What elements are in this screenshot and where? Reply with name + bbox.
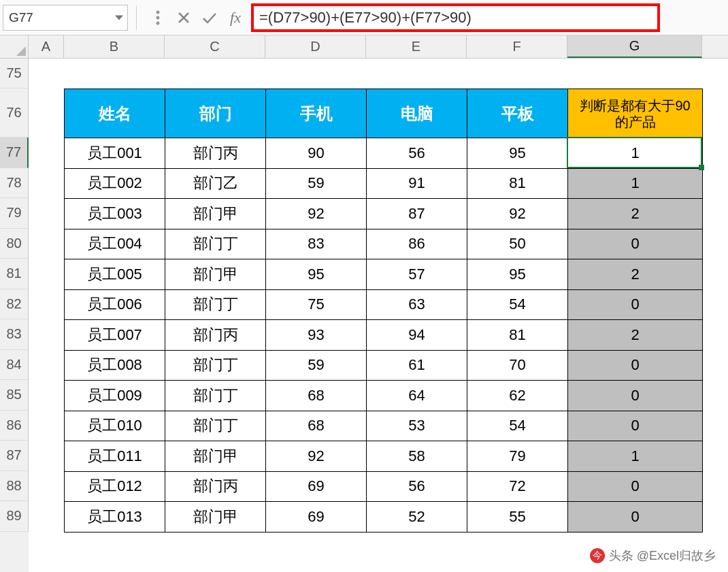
header-tablet[interactable]: 平板	[467, 89, 568, 138]
row-head-88[interactable]: 88	[0, 471, 29, 502]
row-head-82[interactable]: 82	[0, 289, 29, 320]
cell-B82[interactable]: 员工006	[65, 289, 165, 320]
cell-E82[interactable]: 63	[367, 289, 467, 320]
header-name[interactable]: 姓名	[65, 89, 165, 138]
cell-G84[interactable]: 0	[568, 350, 703, 381]
cell-E79[interactable]: 87	[367, 199, 467, 229]
cell-B86[interactable]: 员工010	[65, 411, 165, 441]
cell-B78[interactable]: 员工002	[65, 168, 165, 199]
cell-G88[interactable]: 0	[568, 471, 703, 502]
cell-E83[interactable]: 94	[367, 320, 467, 351]
cell-G89[interactable]: 0	[568, 502, 703, 533]
cell-B85[interactable]: 员工009	[65, 381, 165, 411]
formula-input[interactable]: =(D77>90)+(E77>90)+(F77>90)	[251, 3, 660, 32]
cell-C88[interactable]: 部门丙	[165, 471, 266, 502]
confirm-icon[interactable]	[197, 5, 222, 31]
cell-C80[interactable]: 部门丁	[165, 229, 266, 259]
cell-B87[interactable]: 员工011	[65, 441, 165, 472]
cell-D80[interactable]: 83	[266, 229, 367, 259]
row-head-75[interactable]: 75	[0, 59, 29, 89]
col-head-E[interactable]: E	[366, 35, 467, 58]
cell-B88[interactable]: 员工012	[65, 471, 165, 502]
cell-F89[interactable]: 55	[467, 502, 568, 533]
col-head-B[interactable]: B	[64, 35, 165, 58]
cell-G80[interactable]: 0	[568, 229, 703, 259]
cell-C85[interactable]: 部门丁	[165, 381, 266, 411]
cell-G87[interactable]: 1	[568, 441, 703, 472]
cell-F86[interactable]: 54	[467, 411, 568, 441]
row-head-84[interactable]: 84	[0, 350, 29, 381]
row-head-80[interactable]: 80	[0, 229, 29, 259]
cell-C81[interactable]: 部门甲	[165, 259, 266, 290]
cell-B77[interactable]: 员工001	[65, 138, 165, 169]
col-head-F[interactable]: F	[467, 35, 567, 58]
cell-E78[interactable]: 91	[367, 168, 467, 199]
cell-F83[interactable]: 81	[467, 320, 568, 351]
cell-C83[interactable]: 部门丙	[165, 320, 266, 351]
fx-icon[interactable]: fx	[222, 5, 248, 31]
cell-G86[interactable]: 0	[568, 411, 703, 441]
cell-F84[interactable]: 70	[467, 350, 568, 381]
cell-D79[interactable]: 92	[266, 199, 367, 229]
cell-C79[interactable]: 部门甲	[165, 199, 266, 229]
select-all-button[interactable]	[0, 35, 29, 58]
cell-B79[interactable]: 员工003	[65, 199, 165, 229]
cell-D88[interactable]: 69	[266, 471, 367, 502]
cell-D86[interactable]: 68	[266, 411, 367, 441]
cell-G83[interactable]: 2	[568, 320, 703, 351]
cell-B89[interactable]: 员工013	[65, 502, 165, 533]
cell-G85[interactable]: 0	[568, 381, 703, 411]
cell-F78[interactable]: 81	[467, 168, 568, 199]
col-head-A[interactable]: A	[29, 35, 64, 58]
cell-G77[interactable]: 1	[568, 138, 703, 169]
cell-F82[interactable]: 54	[467, 289, 568, 320]
cancel-icon[interactable]	[171, 5, 197, 31]
cell-F85[interactable]: 62	[467, 381, 568, 411]
row-head-87[interactable]: 87	[0, 441, 29, 471]
row-head-83[interactable]: 83	[0, 319, 29, 350]
cell-F81[interactable]: 95	[467, 259, 568, 290]
cell-E86[interactable]: 53	[367, 411, 467, 441]
cell-E84[interactable]: 61	[367, 350, 467, 381]
cell-E87[interactable]: 58	[367, 441, 467, 472]
row-head-89[interactable]: 89	[0, 501, 29, 532]
cell-G82[interactable]: 0	[568, 289, 703, 320]
cell-F88[interactable]: 72	[467, 471, 568, 502]
header-dept[interactable]: 部门	[165, 89, 266, 138]
row-head-86[interactable]: 86	[0, 411, 29, 441]
cell-E77[interactable]: 56	[367, 138, 467, 169]
cell-E89[interactable]: 52	[367, 502, 467, 533]
cell-C86[interactable]: 部门丁	[165, 411, 266, 441]
row-head-77[interactable]: 77	[0, 138, 29, 168]
row-head-81[interactable]: 81	[0, 259, 29, 289]
cell-F80[interactable]: 50	[467, 229, 568, 259]
row-head-76[interactable]: 76	[0, 89, 29, 138]
cell-G78[interactable]: 1	[568, 168, 703, 199]
cell-D89[interactable]: 69	[266, 502, 367, 533]
cell-E85[interactable]: 64	[367, 381, 467, 411]
col-head-C[interactable]: C	[165, 35, 265, 58]
cell-D81[interactable]: 95	[266, 259, 367, 290]
header-pc[interactable]: 电脑	[367, 89, 467, 138]
row-head-78[interactable]: 78	[0, 168, 29, 199]
cell-E81[interactable]: 57	[367, 259, 467, 290]
cell-D84[interactable]: 59	[266, 350, 367, 381]
name-box[interactable]: G77	[3, 5, 128, 31]
cell-D82[interactable]: 75	[266, 289, 367, 320]
row-head-79[interactable]: 79	[0, 198, 29, 229]
header-judge[interactable]: 判断是都有大于90的产品	[568, 89, 703, 138]
cell-C82[interactable]: 部门丁	[165, 289, 266, 320]
cell-B83[interactable]: 员工007	[65, 320, 165, 351]
col-head-D[interactable]: D	[265, 35, 366, 58]
cell-D87[interactable]: 92	[266, 441, 367, 472]
col-head-G[interactable]: G	[567, 35, 702, 58]
cell-E80[interactable]: 86	[367, 229, 467, 259]
cell-D85[interactable]: 68	[266, 381, 367, 411]
cell-B80[interactable]: 员工004	[65, 229, 165, 259]
cell-B84[interactable]: 员工008	[65, 350, 165, 381]
chevron-down-icon[interactable]	[115, 15, 123, 20]
header-phone[interactable]: 手机	[266, 89, 367, 138]
cell-F79[interactable]: 92	[467, 199, 568, 229]
cell-D83[interactable]: 93	[266, 320, 367, 351]
cell-C89[interactable]: 部门甲	[165, 502, 266, 533]
